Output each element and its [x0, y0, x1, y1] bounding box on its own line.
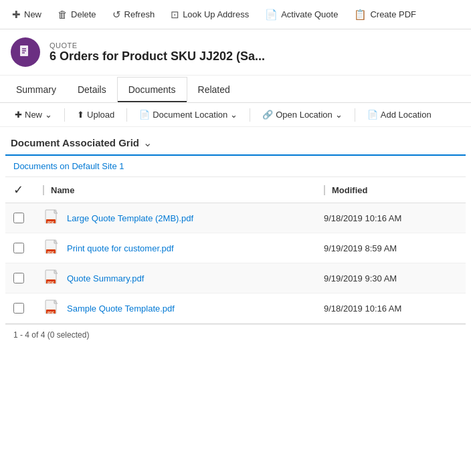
tab-summary[interactable]: Summary [5, 77, 67, 102]
doc-location-chevron-icon: ⌄ [230, 110, 238, 120]
file-icon: PDF [43, 239, 62, 257]
row-checkbox[interactable] [13, 273, 24, 283]
section-title: Document Associated Grid [11, 137, 139, 148]
grid-footer: 1 - 4 of 4 (0 selected) [5, 324, 466, 345]
file-modified: 9/19/2019 8:59 AM [324, 243, 458, 253]
row-checkbox-cell [13, 243, 43, 253]
tab-documents[interactable]: Documents [117, 77, 187, 103]
tab-related[interactable]: Related [187, 77, 241, 102]
toolbar-divider-1 [64, 108, 65, 122]
open-location-icon: 🔗 [262, 110, 273, 120]
row-checkbox[interactable] [13, 243, 24, 253]
plus-icon: ✚ [15, 110, 22, 120]
grid-footer-label: 1 - 4 of 4 (0 selected) [13, 330, 89, 340]
toolbar-divider-4 [355, 108, 355, 122]
file-modified: 9/19/2019 9:30 AM [324, 273, 458, 283]
doc-location-icon: 📄 [139, 110, 150, 120]
row-checkbox-cell [13, 273, 43, 283]
row-checkbox[interactable] [13, 213, 24, 223]
upload-button[interactable]: ⬆ Upload [70, 107, 121, 122]
activate-icon: 📄 [265, 9, 278, 21]
activate-button[interactable]: 📄 Activate Quote [258, 6, 345, 23]
add-location-button[interactable]: 📄 Add Location [361, 107, 438, 122]
check-all-icon[interactable]: ✓ [13, 183, 23, 197]
col-modified-header: Modified [324, 185, 458, 195]
createpdf-icon: 📋 [354, 9, 367, 21]
table-row: PDF Sample Quote Template.pdf 9/18/2019 … [5, 293, 466, 324]
row-checkbox[interactable] [13, 303, 24, 314]
sub-new-button[interactable]: ✚ New ⌄ [8, 107, 59, 122]
file-name[interactable]: Print quote for customer.pdf [67, 243, 324, 253]
file-name[interactable]: Sample Quote Template.pdf [67, 304, 324, 314]
svg-text:PDF: PDF [48, 311, 54, 315]
col-name-header: Name [43, 185, 324, 195]
document-grid: Documents on Default Site 1 ✓ Name Modif… [5, 154, 466, 324]
file-modified: 9/18/2019 10:16 AM [324, 304, 458, 314]
lookup-button[interactable]: ⊡ Look Up Address [164, 6, 256, 23]
new-button[interactable]: ✚ New [5, 6, 48, 23]
grid-header: ✓ Name Modified [5, 177, 466, 203]
record-type: QUOTE [50, 41, 265, 49]
check-all-cell: ✓ [13, 183, 43, 197]
file-icon: PDF [43, 269, 62, 287]
add-location-icon: 📄 [367, 110, 378, 120]
record-title: 6 Orders for Product SKU JJ202 (Sa... [50, 49, 265, 64]
delete-button[interactable]: 🗑 Delete [51, 6, 103, 23]
tabs-bar: Summary Details Documents Related [0, 77, 471, 103]
svg-text:PDF: PDF [48, 221, 54, 225]
table-row: PDF Large Quote Template (2MB).pdf 9/18/… [5, 203, 466, 233]
file-name[interactable]: Large Quote Template (2MB).pdf [67, 213, 324, 223]
open-location-button[interactable]: 🔗 Open Location ⌄ [256, 107, 349, 122]
refresh-button[interactable]: ↺ Refresh [106, 6, 162, 23]
tab-details[interactable]: Details [67, 77, 117, 102]
new-chevron-icon: ⌄ [45, 110, 52, 120]
grid-rows: PDF Large Quote Template (2MB).pdf 9/18/… [5, 203, 466, 324]
sub-toolbar: ✚ New ⌄ ⬆ Upload 📄 Document Location ⌄ 🔗… [0, 103, 471, 127]
lookup-icon: ⊡ [171, 9, 179, 21]
refresh-icon: ↺ [112, 9, 121, 21]
toolbar-divider-2 [126, 108, 127, 122]
record-header: QUOTE 6 Orders for Product SKU JJ202 (Sa… [0, 29, 471, 76]
delete-icon: 🗑 [58, 9, 68, 20]
row-checkbox-cell [13, 303, 43, 314]
upload-icon: ⬆ [77, 110, 84, 120]
file-icon: PDF [43, 299, 62, 318]
toolbar-divider-3 [250, 108, 250, 122]
new-icon: ✚ [12, 9, 21, 21]
file-modified: 9/18/2019 10:16 AM [324, 213, 458, 223]
svg-text:PDF: PDF [48, 251, 54, 255]
file-name[interactable]: Quote Summary.pdf [67, 273, 324, 283]
table-row: PDF Print quote for customer.pdf 9/19/20… [5, 233, 466, 263]
svg-text:PDF: PDF [48, 281, 54, 285]
open-location-chevron-icon: ⌄ [335, 110, 343, 120]
grid-site-label: Documents on Default Site 1 [5, 156, 466, 177]
section-chevron-icon[interactable]: ⌄ [143, 136, 152, 149]
table-row: PDF Quote Summary.pdf 9/19/2019 9:30 AM [5, 263, 466, 293]
createpdf-button[interactable]: 📋 Create PDF [347, 6, 423, 23]
avatar [11, 37, 40, 67]
row-checkbox-cell [13, 213, 43, 223]
record-info: QUOTE 6 Orders for Product SKU JJ202 (Sa… [50, 41, 265, 64]
top-toolbar: ✚ New 🗑 Delete ↺ Refresh ⊡ Look Up Addre… [0, 0, 471, 29]
section-header: Document Associated Grid ⌄ [0, 127, 471, 154]
file-icon: PDF [43, 209, 62, 227]
doc-location-button[interactable]: 📄 Document Location ⌄ [132, 107, 244, 122]
